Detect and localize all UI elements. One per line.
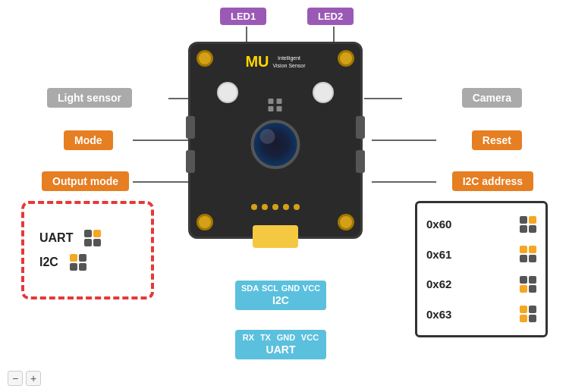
addr-0x63: 0x63 — [426, 308, 451, 321]
i2c-pin-gnd: GND — [281, 284, 300, 293]
gold-dots — [251, 204, 300, 210]
i2c-led-cell-0 — [70, 254, 77, 262]
i2c-pin-sda: SDA — [241, 284, 259, 293]
mount-hole-bl — [196, 214, 213, 230]
side-btn-left-top — [186, 116, 195, 139]
addr-0x61-leds — [520, 246, 536, 262]
i2c-led-cell-2 — [70, 263, 77, 271]
uart-led-cell-1 — [93, 230, 101, 237]
uart-pin-rx: RX — [243, 333, 254, 342]
i2c-connector-label: I2C — [235, 294, 326, 310]
addr-row-0x60: 0x60 — [426, 216, 536, 233]
addr-0x63-leds — [520, 306, 536, 322]
led-circle-left — [217, 82, 238, 103]
gold-dot — [294, 204, 300, 210]
addr-0x62-leds — [520, 276, 536, 293]
i2c-led-indicator — [70, 254, 86, 271]
uart-led-cell-0 — [84, 230, 92, 237]
i2c-connector-box: SDA SCL GND VCC I2C — [235, 281, 326, 310]
uart-connector-box: RX TX GND VCC UART — [235, 330, 326, 359]
camera-label: Camera — [462, 88, 522, 108]
i2c-label: I2C — [39, 256, 58, 269]
light-sensor-label: Light sensor — [47, 88, 132, 108]
i2c-led-cell-1 — [79, 254, 86, 262]
mount-hole-tl — [196, 50, 213, 67]
i2c-mode-row: I2C — [39, 254, 136, 271]
gold-dot — [283, 204, 289, 210]
sensor-dot — [277, 106, 282, 111]
uart-led-cell-2 — [84, 239, 92, 246]
uart-pin-vcc: VCC — [301, 333, 319, 342]
addr-0x62: 0x62 — [426, 278, 451, 290]
addr-row-0x61: 0x61 — [426, 246, 536, 262]
uart-pin-gnd: GND — [277, 333, 295, 342]
mu-text: MU — [245, 53, 269, 71]
gold-dot — [272, 204, 278, 210]
uart-led-cell-3 — [93, 239, 101, 246]
mode-label: Mode — [64, 130, 113, 150]
addr-0x60: 0x60 — [426, 218, 451, 230]
board-connector — [253, 225, 298, 248]
led2-label: LED2 — [307, 8, 354, 25]
uart-mode-row: UART — [39, 230, 136, 246]
led-circle-right — [313, 82, 334, 103]
uart-pins: RX TX GND VCC — [235, 330, 326, 343]
i2c-pin-vcc: VCC — [303, 284, 320, 293]
addr-0x60-leds — [520, 216, 536, 233]
gold-dot — [251, 204, 257, 210]
i2c-pins: SDA SCL GND VCC — [235, 281, 326, 294]
zoom-controls: − + — [8, 371, 41, 386]
camera-lens — [251, 120, 300, 169]
led1-label: LED1 — [220, 8, 266, 25]
side-btn-right-bot — [356, 150, 365, 173]
sensor-dot — [269, 99, 274, 104]
sensor-dot — [277, 99, 282, 104]
i2c-address-label: I2C address — [452, 171, 533, 191]
uart-connector-label: UART — [235, 343, 326, 359]
output-mode-box: UART I2C — [21, 201, 154, 299]
mount-hole-tr — [338, 50, 354, 67]
sensor-dots — [269, 99, 283, 111]
addr-row-0x62: 0x62 — [426, 276, 536, 293]
side-btn-left-bot — [186, 150, 195, 173]
mount-hole-br — [338, 214, 354, 230]
zoom-out-button[interactable]: − — [8, 371, 23, 386]
uart-label: UART — [39, 231, 73, 245]
i2c-addr-box: 0x60 0x61 0x62 — [415, 201, 548, 337]
side-btn-right-top — [356, 116, 365, 139]
gold-dot — [262, 204, 268, 210]
addr-row-0x63: 0x63 — [426, 306, 536, 322]
mu-subtitle: IntelligentVision Sensor — [273, 55, 306, 68]
output-mode-label: Output mode — [42, 171, 129, 191]
uart-led-indicator — [84, 230, 101, 246]
i2c-led-cell-3 — [79, 263, 86, 271]
i2c-pin-scl: SCL — [262, 284, 278, 293]
reset-label: Reset — [472, 130, 522, 150]
addr-0x61: 0x61 — [426, 248, 451, 261]
pcb-board: MU IntelligentVision Sensor — [188, 42, 363, 239]
uart-pin-tx: TX — [260, 333, 271, 342]
zoom-in-button[interactable]: + — [26, 371, 41, 386]
mu-logo: MU IntelligentVision Sensor — [245, 53, 305, 71]
sensor-dot — [269, 106, 274, 111]
diagram-container: MU IntelligentVision Sensor LED1 LED2 Li… — [0, 0, 569, 392]
